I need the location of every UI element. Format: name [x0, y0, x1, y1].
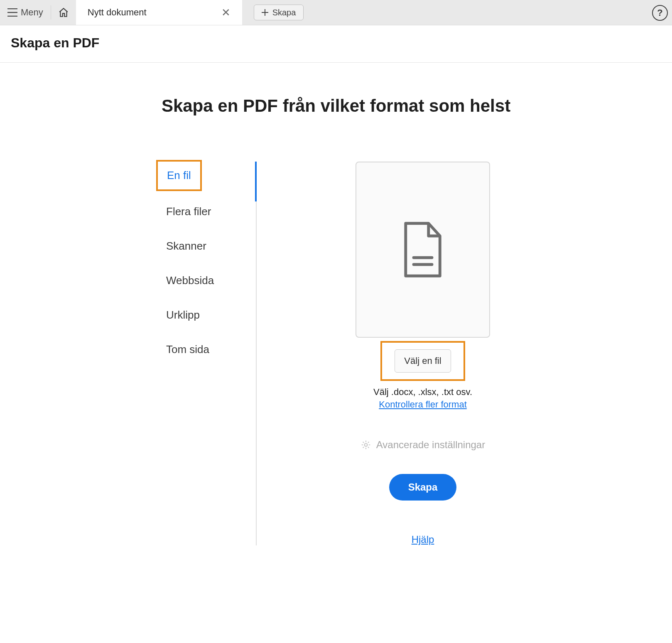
advanced-settings[interactable]: Avancerade inställningar: [361, 439, 485, 451]
create-button-label: Skapa: [408, 481, 438, 493]
option-label: Urklipp: [166, 309, 200, 321]
choose-file-label: Välj en fil: [404, 356, 441, 366]
create-button[interactable]: Skapa: [389, 474, 457, 501]
option-label: Skanner: [166, 240, 206, 252]
choose-file-highlight: Välj en fil: [380, 341, 465, 381]
option-label: Flera filer: [166, 205, 211, 218]
create-tab-button[interactable]: Skapa: [254, 5, 304, 20]
option-label: Webbsida: [166, 274, 214, 287]
option-en-fil[interactable]: En fil: [156, 160, 202, 191]
detail-column: Välj en fil Välj .docx, .xlsx, .txt osv.…: [331, 162, 514, 545]
main-content: Skapa en PDF från vilket format som hels…: [0, 63, 672, 545]
main-heading: Skapa en PDF från vilket format som hels…: [0, 96, 672, 116]
option-tom-sida[interactable]: Tom sida: [158, 332, 253, 367]
help-icon[interactable]: ?: [652, 5, 668, 21]
option-webbsida[interactable]: Webbsida: [158, 263, 253, 298]
tab-new-document[interactable]: Nytt dokument ✕: [76, 0, 242, 25]
help-link[interactable]: Hjälp: [412, 534, 434, 545]
more-formats-label: Kontrollera fler format: [379, 399, 467, 410]
active-indicator: [255, 162, 257, 201]
more-formats-link[interactable]: Kontrollera fler format: [379, 399, 467, 410]
option-label: Tom sida: [166, 343, 209, 356]
option-flera-filer[interactable]: Flera filer: [158, 194, 253, 229]
file-types-hint: Välj .docx, .xlsx, .txt osv.: [373, 387, 472, 398]
advanced-label: Avancerade inställningar: [376, 439, 485, 451]
option-urklipp[interactable]: Urklipp: [158, 298, 253, 332]
option-skanner[interactable]: Skanner: [158, 229, 253, 263]
panel-wrap: En fil Flera filer Skanner Webbsida Urkl…: [0, 162, 672, 545]
menu-label: Meny: [21, 7, 43, 18]
tab-label: Nytt dokument: [88, 7, 147, 18]
svg-point-0: [364, 444, 367, 447]
home-button[interactable]: [51, 0, 76, 25]
choose-file-button[interactable]: Välj en fil: [395, 349, 451, 373]
page-title: Skapa en PDF: [0, 25, 672, 63]
menu-button[interactable]: Meny: [0, 0, 51, 25]
gear-icon: [361, 439, 371, 450]
home-icon: [58, 7, 69, 18]
close-icon[interactable]: ✕: [221, 6, 231, 19]
file-dropzone[interactable]: [356, 162, 490, 338]
option-label: En fil: [167, 169, 191, 182]
create-tab-label: Skapa: [272, 8, 296, 17]
options-column: En fil Flera filer Skanner Webbsida Urkl…: [158, 162, 257, 545]
plus-icon: [262, 9, 268, 16]
document-icon: [400, 221, 446, 279]
top-toolbar: Meny Nytt dokument ✕ Skapa ?: [0, 0, 672, 25]
help-link-label: Hjälp: [412, 534, 434, 545]
hamburger-icon: [7, 8, 17, 17]
